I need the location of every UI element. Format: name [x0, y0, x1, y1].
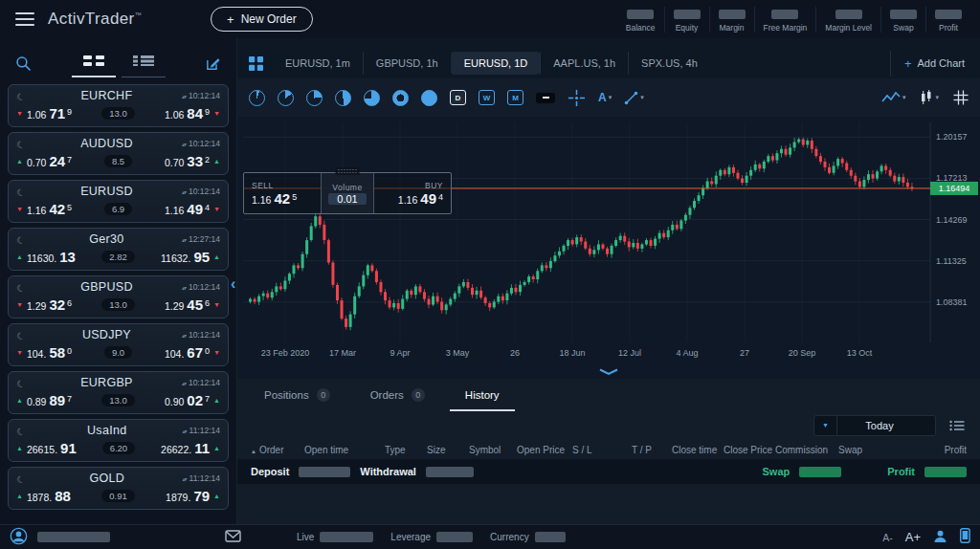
column-header[interactable]: Commission	[775, 445, 838, 455]
timeframe-15m-icon[interactable]	[306, 90, 323, 106]
candlestick-chart[interactable]: 1.201571.172131.142691.113251.0838123 Fe…	[237, 117, 980, 365]
instrument-symbol: AUDUSD	[32, 137, 182, 150]
mobile-device-icon[interactable]	[960, 528, 970, 546]
moon-icon: ☾	[15, 328, 33, 342]
text-annotation-tool[interactable]: A ▾	[598, 91, 612, 104]
timeframe-monthly-icon[interactable]: M	[507, 90, 523, 105]
font-decrease-button[interactable]: A-	[882, 532, 893, 543]
buy-button[interactable]: BUY 1.16494	[374, 173, 451, 213]
volume-value[interactable]: 0.01	[328, 193, 366, 205]
column-header[interactable]: ▲Order	[251, 445, 304, 455]
timeframe-4h-icon[interactable]	[392, 90, 409, 106]
quote-tile[interactable]: ☾EURGBP▴▾10:12:14▲0.8989713.00.90027▲	[8, 371, 229, 414]
moon-icon: ☾	[15, 472, 33, 486]
view-list-icon[interactable]	[129, 50, 158, 77]
history-filter-row: ▾ Today	[237, 411, 980, 440]
chart-tab[interactable]: EURUSD, 1m	[273, 52, 363, 75]
column-header[interactable]: Close time	[672, 445, 724, 455]
indicators-icon[interactable]: ▾	[881, 91, 906, 104]
column-header[interactable]: Close Price	[724, 445, 775, 455]
chart-tab[interactable]: EURUSD, 1D	[451, 52, 541, 75]
svg-text:9 Apr: 9 Apr	[390, 348, 410, 358]
timeframe-1h-icon[interactable]	[364, 90, 380, 106]
sidebar-collapse-chevron[interactable]: ‹	[231, 275, 235, 293]
column-header[interactable]: Open Price	[517, 445, 572, 455]
spread-value: 13.0	[101, 298, 135, 311]
crosshair-icon[interactable]	[568, 89, 586, 107]
column-header[interactable]: Symbol	[469, 445, 517, 455]
history-table-row[interactable]: Deposit Withdrawal Swap Profit	[237, 459, 980, 484]
quote-tile[interactable]: ☾GBPUSD▴▾10:12:14▼1.2932613.01.29456▼	[8, 275, 229, 318]
chart-tab[interactable]: GBPUSD, 1h	[363, 52, 451, 75]
bid-price: 0.89897	[27, 392, 72, 408]
bid-price: 0.70247	[27, 153, 72, 169]
quote-tile[interactable]: ☾AUDUSD▴▾10:12:14▲0.702478.50.70332▲	[8, 132, 229, 175]
tab-history[interactable]: History	[450, 379, 515, 411]
column-header[interactable]: Profit	[911, 445, 967, 455]
grid-toggle-icon[interactable]	[953, 90, 969, 105]
quote-time: 11:12:14	[189, 473, 220, 483]
column-header[interactable]: T / P	[632, 445, 672, 455]
account-avatar-icon[interactable]	[10, 527, 28, 548]
quote-tile[interactable]: ☾USDJPY▴▾10:12:14▼104.5809.0104.670▼	[8, 323, 229, 366]
chevron-down-icon: ▾	[609, 94, 612, 101]
svg-text:3 May: 3 May	[446, 348, 470, 358]
timeframe-1m-icon[interactable]	[249, 90, 265, 106]
menu-icon[interactable]	[15, 12, 34, 26]
bottom-panel-collapse[interactable]	[237, 365, 980, 379]
tick-chart-icon[interactable]	[536, 93, 555, 103]
quote-time: 10:12:14	[189, 282, 220, 292]
layout-grid-icon[interactable]	[247, 55, 265, 73]
timeframe-weekly-icon[interactable]: W	[479, 90, 495, 105]
search-icon[interactable]	[13, 54, 33, 74]
price-direction-icon: ▼	[16, 110, 23, 117]
timeframe-5m-icon[interactable]	[278, 90, 294, 106]
period-dropdown[interactable]: ▾ Today	[813, 415, 936, 436]
timeframe-daily-icon[interactable]: D	[450, 90, 466, 105]
quote-tile[interactable]: ☾UsaInd▴▾11:12:14▲26615.916.2026622.11▲	[8, 419, 229, 462]
messages-icon[interactable]	[225, 530, 241, 545]
new-order-button[interactable]: + New Order	[211, 7, 313, 32]
profit-value-censored	[924, 467, 967, 477]
add-chart-label: Add Chart	[917, 57, 965, 69]
column-header[interactable]: Type	[385, 445, 427, 455]
quote-tile[interactable]: ☾EURCHF▴▾10:12:14▼1.0671913.01.06849▼	[8, 84, 229, 127]
view-grid-icon[interactable]	[79, 50, 108, 77]
chart-tab[interactable]: SPX.US, 4h	[628, 52, 710, 75]
instrument-symbol: EURCHF	[32, 89, 182, 102]
profile-icon[interactable]	[933, 529, 947, 546]
timeframe-30m-icon[interactable]	[335, 90, 351, 106]
column-header[interactable]: Size	[427, 445, 469, 455]
column-header[interactable]: Swap	[838, 445, 911, 455]
quote-tile[interactable]: ☾Ger30▴▾12:27:14▲11630.132.8211632.95▲	[8, 228, 229, 271]
column-header[interactable]: S / L	[572, 445, 632, 455]
instrument-symbol: Ger30	[32, 232, 182, 246]
drag-handle-icon[interactable]	[336, 167, 360, 175]
column-header[interactable]: Open time	[304, 445, 385, 455]
chart-tab[interactable]: AAPL.US, 1h	[540, 52, 628, 75]
timeframe-8h-icon[interactable]	[421, 90, 437, 106]
add-chart-button[interactable]: + Add Chart	[890, 51, 970, 77]
tab-positions[interactable]: Positions0	[249, 379, 345, 411]
svg-text:1.17213: 1.17213	[936, 173, 968, 183]
trendline-tool[interactable]: ▾	[624, 91, 644, 105]
withdrawal-value-censored	[426, 467, 474, 477]
chart-type-icon[interactable]: ▾	[920, 90, 939, 105]
volume-input[interactable]: Volume 0.01	[321, 173, 374, 213]
list-view-icon[interactable]	[947, 418, 967, 433]
quote-tile[interactable]: ☾GOLD▴▾11:12:14▲1878.880.911879.79▲	[8, 467, 229, 510]
price-direction-icon: ▼	[213, 110, 220, 117]
edit-watchlist-icon[interactable]	[203, 54, 223, 74]
tab-orders[interactable]: Orders0	[355, 379, 440, 411]
account-metric: Profit	[925, 7, 970, 33]
quote-time: 10:12:14	[189, 139, 220, 148]
activtrader-app: ActivTrader™ + New Order BalanceEquityMa…	[0, 0, 980, 549]
app-logo: ActivTrader™	[48, 10, 142, 29]
instrument-symbol: UsaInd	[32, 424, 183, 437]
chevron-down-icon: ▾	[935, 94, 939, 101]
price-direction-icon: ▼	[16, 349, 23, 356]
chart-plot[interactable]: 1.201571.172131.142691.113251.0838123 Fe…	[237, 117, 980, 365]
quote-tile[interactable]: ☾EURUSD▴▾10:12:14▼1.164256.91.16494▼	[8, 180, 229, 223]
sell-button[interactable]: SELL 1.16425	[244, 173, 321, 213]
font-increase-button[interactable]: A+	[905, 530, 921, 544]
